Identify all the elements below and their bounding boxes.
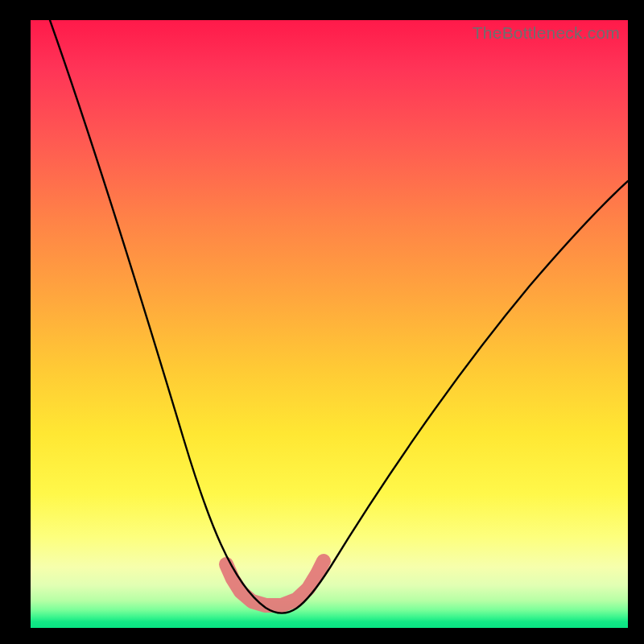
curve-overlay: [31, 20, 628, 628]
plot-area: TheBottleneck.com: [31, 20, 628, 628]
valley-highlight: [226, 561, 324, 605]
chart-frame: TheBottleneck.com: [0, 0, 644, 644]
bottleneck-curve: [50, 20, 628, 613]
